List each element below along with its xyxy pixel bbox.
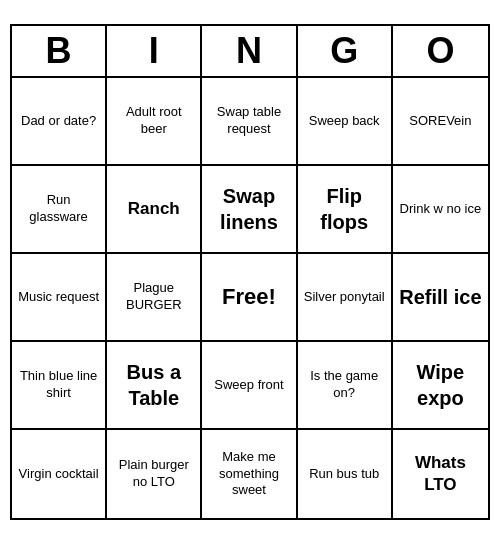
- bingo-cell-2: Swap table request: [202, 78, 297, 166]
- bingo-cell-4: SOREVein: [393, 78, 488, 166]
- bingo-cell-12: Free!: [202, 254, 297, 342]
- bingo-header: BINGO: [12, 26, 488, 78]
- bingo-cell-11: Plague BURGER: [107, 254, 202, 342]
- bingo-cell-16: Bus a Table: [107, 342, 202, 430]
- bingo-cell-20: Virgin cocktail: [12, 430, 107, 518]
- bingo-cell-22: Make me something sweet: [202, 430, 297, 518]
- bingo-cell-8: Flip flops: [298, 166, 393, 254]
- bingo-cell-10: Music request: [12, 254, 107, 342]
- bingo-cell-21: Plain burger no LTO: [107, 430, 202, 518]
- bingo-card: BINGO Dad or date?Adult root beerSwap ta…: [10, 24, 490, 520]
- bingo-letter-N: N: [202, 26, 297, 76]
- bingo-letter-B: B: [12, 26, 107, 76]
- bingo-cell-7: Swap linens: [202, 166, 297, 254]
- bingo-cell-9: Drink w no ice: [393, 166, 488, 254]
- bingo-cell-14: Refill ice: [393, 254, 488, 342]
- bingo-cell-6: Ranch: [107, 166, 202, 254]
- bingo-cell-23: Run bus tub: [298, 430, 393, 518]
- bingo-cell-17: Sweep front: [202, 342, 297, 430]
- bingo-grid: Dad or date?Adult root beerSwap table re…: [12, 78, 488, 518]
- bingo-letter-G: G: [298, 26, 393, 76]
- bingo-letter-I: I: [107, 26, 202, 76]
- bingo-cell-0: Dad or date?: [12, 78, 107, 166]
- bingo-letter-O: O: [393, 26, 488, 76]
- bingo-cell-24: Whats LTO: [393, 430, 488, 518]
- bingo-cell-13: Silver ponytail: [298, 254, 393, 342]
- bingo-cell-15: Thin blue line shirt: [12, 342, 107, 430]
- bingo-cell-3: Sweep back: [298, 78, 393, 166]
- bingo-cell-5: Run glassware: [12, 166, 107, 254]
- bingo-cell-18: Is the game on?: [298, 342, 393, 430]
- bingo-cell-19: Wipe expo: [393, 342, 488, 430]
- bingo-cell-1: Adult root beer: [107, 78, 202, 166]
